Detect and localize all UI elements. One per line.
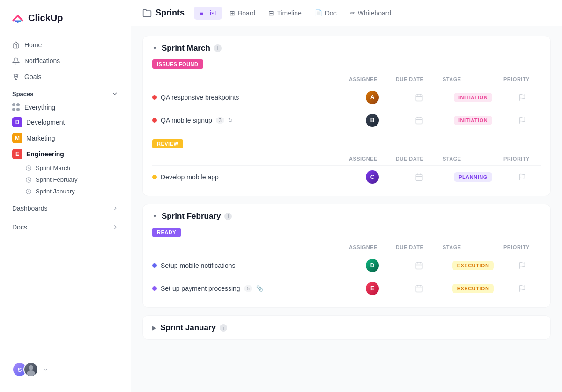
sprint-january-header[interactable]: ▶ Sprint January i [143,316,550,339]
table-row[interactable]: QA responsive breakpoints A INITIATION [152,86,541,109]
page-title: Sprints [155,8,185,18]
sidebar-item-notifications[interactable]: Notifications [7,53,123,68]
task-3-priority[interactable] [503,173,541,181]
sprint-february-ready-group: READY ASSIGNEE DUE DATE STAGE PRIORITY S… [143,228,550,307]
folder-icon [142,8,152,18]
task-3-stage: PLANNING [443,172,503,182]
whiteboard-tab-label: Whiteboard [358,9,392,17]
timeline-tab-icon: ⊟ [268,9,274,17]
logo-area: ClickUp [7,11,123,24]
sidebar-sprint-february[interactable]: Sprint February [7,174,123,185]
col-task-name-3 [152,244,349,250]
task-4-due-date[interactable] [396,261,443,270]
spaces-header: Spaces [7,85,123,100]
task-2-avatar: B [366,114,379,127]
flag-icon-2 [518,117,526,124]
calendar-icon-5 [415,284,423,293]
task-2-assignee: B [349,114,396,127]
sprint-march-review-group: REVIEW ASSIGNEE DUE DATE STAGE PRIORITY … [143,139,550,196]
tab-doc[interactable]: 📄 Doc [309,7,342,20]
task-5-stage-badge: EXECUTION [452,284,494,293]
col-stage-3: STAGE [443,244,503,250]
task-5-assignee: E [349,282,396,295]
sprint-march-review-table-header: ASSIGNEE DUE DATE STAGE PRIORITY [152,154,541,165]
marketing-badge: M [12,133,22,143]
sprint-february-title: Sprint February [162,212,221,221]
home-label: Home [24,41,42,49]
task-2-due-date[interactable] [396,116,443,125]
sprint-march-label: Sprint March [36,164,70,171]
development-badge: D [12,117,22,127]
home-icon [12,41,20,49]
task-5-label: Set up payment processing [161,285,240,292]
avatar-stack[interactable]: S [12,362,38,377]
sprint-february-info-icon[interactable]: i [224,213,232,220]
task-5-attachment-icon: 📎 [256,285,263,292]
task-3-stage-badge: PLANNING [454,172,492,182]
calendar-icon-4 [415,261,423,270]
sprint-january-collapse-icon[interactable]: ▶ [152,325,156,331]
issues-found-badge: ISSUES FOUND [152,59,203,69]
task-1-dot [152,95,157,100]
task-5-due-date[interactable] [396,284,443,293]
flag-icon-3 [518,173,526,181]
task-4-dot [152,263,157,268]
task-4-avatar: D [366,259,379,272]
sprint-february-header[interactable]: ▼ Sprint February i [143,204,550,228]
review-badge: REVIEW [152,139,183,148]
col-priority-1: PRIORITY [503,76,541,82]
task-1-avatar: A [366,91,379,104]
task-2-priority[interactable] [503,117,541,124]
development-label: Development [26,118,65,126]
dashboards-label: Dashboards [12,205,48,212]
calendar-icon [415,93,423,102]
col-stage-2: STAGE [443,156,503,162]
task-1-priority[interactable] [503,94,541,101]
goals-label: Goals [24,73,42,81]
task-2-stage: INITIATION [443,116,503,125]
sidebar-item-development[interactable]: D Development [7,114,123,130]
task-3-due-date[interactable] [396,173,443,181]
sidebar-sprint-january[interactable]: Sprint January [7,185,123,197]
sprint-march-collapse-icon[interactable]: ▼ [152,45,158,52]
svg-point-6 [29,365,33,370]
table-row[interactable]: QA mobile signup 3 ↻ B INITIATION [152,109,541,132]
trophy-icon [12,73,20,81]
task-4-priority[interactable] [503,262,541,269]
board-tab-icon: ⊞ [229,9,235,17]
tab-list[interactable]: ≡ List [194,7,222,20]
tab-board[interactable]: ⊞ Board [224,7,261,20]
task-5-stage: EXECUTION [443,284,503,293]
sidebar-sprint-march[interactable]: Sprint March [7,162,123,174]
sidebar-section-dashboards[interactable]: Dashboards [7,201,123,216]
sidebar-item-marketing[interactable]: M Marketing [7,130,123,146]
task-4-stage-badge: EXECUTION [452,261,494,270]
table-row[interactable]: Set up payment processing 5 📎 E EXECUTIO… [152,277,541,300]
sidebar-item-goals[interactable]: Goals [7,69,123,84]
task-5-priority[interactable] [503,285,541,292]
task-2-stage-badge: INITIATION [454,116,492,125]
sprint-february-collapse-icon[interactable]: ▼ [152,213,158,220]
table-row[interactable]: Setup mobile notifications D EXECUTION [152,254,541,277]
sidebar-section-docs[interactable]: Docs [7,220,123,235]
task-1-due-date[interactable] [396,93,443,102]
sprint-march-header[interactable]: ▼ Sprint March i [143,36,550,59]
task-2-refresh-icon[interactable]: ↻ [228,117,233,124]
user-dropdown-icon[interactable] [42,366,49,373]
sprint-march-info-icon[interactable]: i [214,44,222,52]
tab-timeline[interactable]: ⊟ Timeline [263,7,307,20]
tab-whiteboard[interactable]: ✏ Whiteboard [344,7,397,20]
table-row[interactable]: Develop mobile app C PLANNING [152,165,541,188]
task-2-name-cell: QA mobile signup 3 ↻ [152,117,349,124]
doc-tab-label: Doc [325,9,337,17]
task-4-label: Setup mobile notifications [161,262,236,269]
engineering-badge: E [12,149,22,159]
sidebar-item-engineering[interactable]: E Engineering [7,146,123,162]
chevron-down-icon[interactable] [111,90,118,97]
sidebar-item-everything[interactable]: Everything [7,100,123,114]
sidebar-footer: S [7,358,123,381]
everything-icon [12,103,21,111]
sprint-january-info-icon[interactable]: i [220,324,227,332]
col-priority-2: PRIORITY [503,156,541,162]
sidebar-item-home[interactable]: Home [7,37,123,52]
